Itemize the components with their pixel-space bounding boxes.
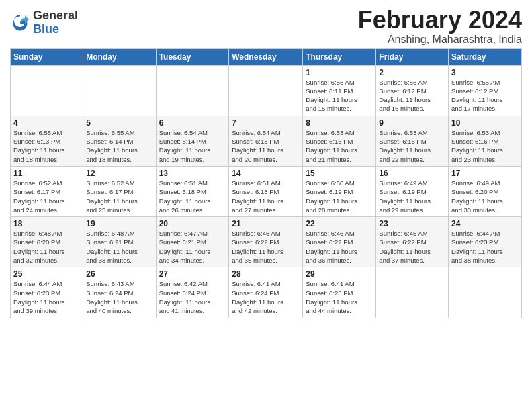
day-number: 29: [306, 269, 373, 279]
day-info: Sunrise: 6:54 AM Sunset: 6:15 PM Dayligh…: [232, 128, 300, 164]
day-info: Sunrise: 6:53 AM Sunset: 6:16 PM Dayligh…: [451, 128, 519, 164]
calendar-cell: 26Sunrise: 6:43 AM Sunset: 6:24 PM Dayli…: [83, 267, 156, 318]
header-sunday: Sunday: [11, 48, 83, 65]
day-info: Sunrise: 6:54 AM Sunset: 6:14 PM Dayligh…: [159, 128, 226, 164]
calendar-cell: 4Sunrise: 6:55 AM Sunset: 6:13 PM Daylig…: [11, 116, 83, 166]
calendar-cell: 3Sunrise: 6:55 AM Sunset: 6:12 PM Daylig…: [449, 65, 522, 116]
day-info: Sunrise: 6:41 AM Sunset: 6:25 PM Dayligh…: [306, 279, 373, 315]
day-info: Sunrise: 6:47 AM Sunset: 6:21 PM Dayligh…: [159, 229, 226, 265]
day-number: 27: [159, 269, 226, 279]
day-info: Sunrise: 6:44 AM Sunset: 6:23 PM Dayligh…: [451, 229, 519, 265]
calendar-week-row: 1Sunrise: 6:56 AM Sunset: 6:11 PM Daylig…: [11, 65, 522, 116]
day-info: Sunrise: 6:45 AM Sunset: 6:22 PM Dayligh…: [379, 229, 445, 265]
day-number: 6: [159, 118, 226, 128]
day-number: 7: [232, 118, 300, 128]
calendar-week-row: 25Sunrise: 6:44 AM Sunset: 6:23 PM Dayli…: [11, 267, 522, 318]
calendar-cell: [83, 65, 156, 116]
calendar-cell: 27Sunrise: 6:42 AM Sunset: 6:24 PM Dayli…: [156, 267, 229, 318]
calendar-cell: [156, 65, 229, 116]
calendar-cell: 8Sunrise: 6:53 AM Sunset: 6:15 PM Daylig…: [303, 116, 376, 166]
calendar-cell: 10Sunrise: 6:53 AM Sunset: 6:16 PM Dayli…: [449, 116, 522, 166]
calendar-cell: 18Sunrise: 6:48 AM Sunset: 6:20 PM Dayli…: [11, 217, 83, 267]
calendar-cell: 25Sunrise: 6:44 AM Sunset: 6:23 PM Dayli…: [11, 267, 83, 318]
calendar-cell: 24Sunrise: 6:44 AM Sunset: 6:23 PM Dayli…: [449, 217, 522, 267]
day-number: 16: [379, 169, 445, 178]
day-info: Sunrise: 6:52 AM Sunset: 6:17 PM Dayligh…: [86, 179, 152, 214]
day-number: 15: [306, 169, 373, 178]
calendar-cell: 12Sunrise: 6:52 AM Sunset: 6:17 PM Dayli…: [83, 166, 156, 216]
day-number: 18: [13, 219, 80, 228]
day-number: 4: [13, 118, 80, 128]
calendar-cell: 13Sunrise: 6:51 AM Sunset: 6:18 PM Dayli…: [156, 166, 229, 216]
calendar-cell: 23Sunrise: 6:45 AM Sunset: 6:22 PM Dayli…: [376, 217, 449, 267]
day-number: 1: [306, 68, 373, 77]
day-number: 12: [86, 169, 152, 178]
calendar-cell: [11, 65, 83, 116]
calendar-cell: 15Sunrise: 6:50 AM Sunset: 6:19 PM Dayli…: [303, 166, 376, 216]
day-number: 23: [379, 219, 445, 228]
calendar-cell: 16Sunrise: 6:49 AM Sunset: 6:19 PM Dayli…: [376, 166, 449, 216]
calendar-cell: 9Sunrise: 6:53 AM Sunset: 6:16 PM Daylig…: [376, 116, 449, 166]
day-number: 24: [451, 219, 519, 228]
day-number: 22: [306, 219, 373, 228]
day-info: Sunrise: 6:49 AM Sunset: 6:20 PM Dayligh…: [451, 179, 519, 214]
header-tuesday: Tuesday: [156, 48, 229, 65]
day-info: Sunrise: 6:44 AM Sunset: 6:23 PM Dayligh…: [13, 279, 80, 315]
header-saturday: Saturday: [449, 48, 522, 65]
day-info: Sunrise: 6:41 AM Sunset: 6:24 PM Dayligh…: [232, 279, 300, 315]
logo-icon: [10, 13, 30, 33]
calendar-cell: 5Sunrise: 6:55 AM Sunset: 6:14 PM Daylig…: [83, 116, 156, 166]
calendar-cell: 6Sunrise: 6:54 AM Sunset: 6:14 PM Daylig…: [156, 116, 229, 166]
day-info: Sunrise: 6:55 AM Sunset: 6:14 PM Dayligh…: [86, 128, 152, 164]
day-info: Sunrise: 6:55 AM Sunset: 6:12 PM Dayligh…: [451, 78, 519, 113]
calendar-table: Sunday Monday Tuesday Wednesday Thursday…: [10, 48, 522, 318]
day-info: Sunrise: 6:52 AM Sunset: 6:17 PM Dayligh…: [13, 179, 80, 214]
calendar-cell: [449, 267, 522, 318]
day-number: 8: [306, 118, 373, 128]
header-wednesday: Wednesday: [229, 48, 303, 65]
day-info: Sunrise: 6:51 AM Sunset: 6:18 PM Dayligh…: [159, 179, 226, 214]
calendar-cell: 19Sunrise: 6:48 AM Sunset: 6:21 PM Dayli…: [83, 217, 156, 267]
calendar-cell: 20Sunrise: 6:47 AM Sunset: 6:21 PM Dayli…: [156, 217, 229, 267]
logo-blue-text: Blue: [33, 23, 78, 36]
day-number: 20: [159, 219, 226, 228]
day-number: 25: [13, 269, 80, 279]
calendar-cell: 28Sunrise: 6:41 AM Sunset: 6:24 PM Dayli…: [229, 267, 303, 318]
calendar-cell: 11Sunrise: 6:52 AM Sunset: 6:17 PM Dayli…: [11, 166, 83, 216]
calendar-week-row: 4Sunrise: 6:55 AM Sunset: 6:13 PM Daylig…: [11, 116, 522, 166]
day-info: Sunrise: 6:53 AM Sunset: 6:16 PM Dayligh…: [379, 128, 445, 164]
day-info: Sunrise: 6:46 AM Sunset: 6:22 PM Dayligh…: [306, 229, 373, 265]
day-info: Sunrise: 6:50 AM Sunset: 6:19 PM Dayligh…: [306, 179, 373, 214]
calendar-cell: 29Sunrise: 6:41 AM Sunset: 6:25 PM Dayli…: [303, 267, 376, 318]
day-number: 2: [379, 68, 445, 77]
calendar-week-row: 18Sunrise: 6:48 AM Sunset: 6:20 PM Dayli…: [11, 217, 522, 267]
page-container: General Blue February 2024 Anshing, Maha…: [0, 0, 532, 325]
calendar-cell: 14Sunrise: 6:51 AM Sunset: 6:18 PM Dayli…: [229, 166, 303, 216]
calendar-header-row: Sunday Monday Tuesday Wednesday Thursday…: [11, 48, 522, 65]
main-title: February 2024: [358, 7, 522, 34]
day-info: Sunrise: 6:56 AM Sunset: 6:11 PM Dayligh…: [306, 78, 373, 113]
calendar-cell: 1Sunrise: 6:56 AM Sunset: 6:11 PM Daylig…: [303, 65, 376, 116]
day-number: 17: [451, 169, 519, 178]
calendar-cell: 21Sunrise: 6:46 AM Sunset: 6:22 PM Dayli…: [229, 217, 303, 267]
day-info: Sunrise: 6:55 AM Sunset: 6:13 PM Dayligh…: [13, 128, 80, 164]
day-info: Sunrise: 6:48 AM Sunset: 6:20 PM Dayligh…: [13, 229, 80, 265]
day-info: Sunrise: 6:53 AM Sunset: 6:15 PM Dayligh…: [306, 128, 373, 164]
calendar-cell: [376, 267, 449, 318]
day-info: Sunrise: 6:49 AM Sunset: 6:19 PM Dayligh…: [379, 179, 445, 214]
calendar-cell: 22Sunrise: 6:46 AM Sunset: 6:22 PM Dayli…: [303, 217, 376, 267]
location-subtitle: Anshing, Maharashtra, India: [358, 34, 522, 46]
title-block: February 2024 Anshing, Maharashtra, Indi…: [358, 7, 522, 46]
logo-text: General Blue: [33, 9, 78, 36]
day-info: Sunrise: 6:48 AM Sunset: 6:21 PM Dayligh…: [86, 229, 152, 265]
day-number: 14: [232, 169, 300, 178]
day-info: Sunrise: 6:56 AM Sunset: 6:12 PM Dayligh…: [379, 78, 445, 113]
day-info: Sunrise: 6:43 AM Sunset: 6:24 PM Dayligh…: [86, 279, 152, 315]
header-friday: Friday: [376, 48, 449, 65]
day-number: 28: [232, 269, 300, 279]
header-thursday: Thursday: [303, 48, 376, 65]
logo: General Blue: [10, 9, 78, 36]
day-number: 19: [86, 219, 152, 228]
day-info: Sunrise: 6:51 AM Sunset: 6:18 PM Dayligh…: [232, 179, 300, 214]
calendar-cell: 2Sunrise: 6:56 AM Sunset: 6:12 PM Daylig…: [376, 65, 449, 116]
